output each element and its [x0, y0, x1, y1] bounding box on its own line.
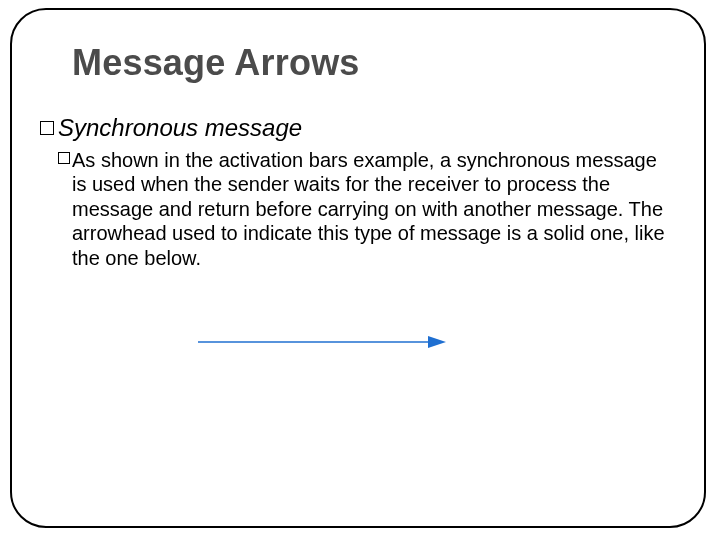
- square-bullet-icon: [58, 152, 70, 164]
- arrow-icon: [198, 332, 446, 352]
- bullet-level-2: As shown in the activation bars example,…: [58, 148, 666, 270]
- section-heading: Synchronous message: [58, 116, 302, 140]
- square-bullet-icon: [40, 121, 54, 135]
- body-paragraph: As shown in the activation bars example,…: [72, 148, 666, 270]
- arrow-diagram: [198, 332, 446, 352]
- svg-marker-1: [428, 336, 446, 348]
- bullet-level-1: Synchronous message: [40, 116, 302, 140]
- slide-title: Message Arrows: [72, 42, 360, 84]
